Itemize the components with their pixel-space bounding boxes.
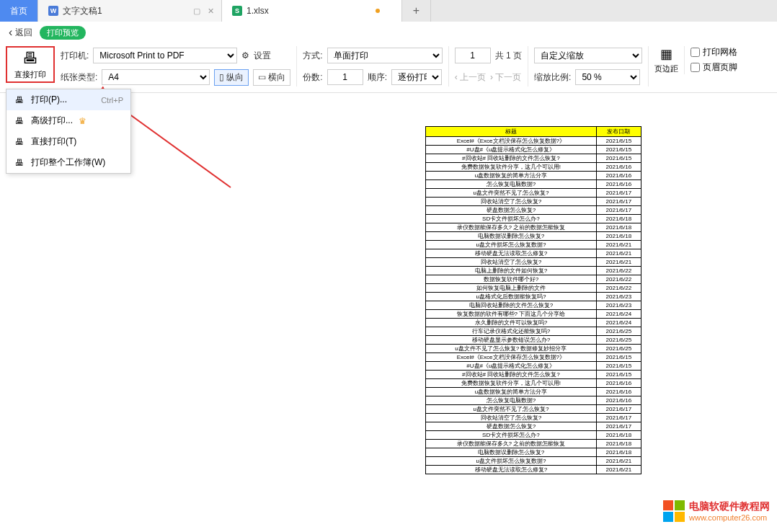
order-select[interactable]: 逐份打印 (391, 69, 442, 85)
header-footer-checkbox[interactable]: 页眉页脚 (691, 61, 737, 74)
settings-icon[interactable]: ⚙ (241, 50, 249, 61)
table-row: 免费数据恢复软件分享，这几个可以用!2021/6/16 (426, 379, 641, 388)
table-row: #回收站# 回收站删除的文件怎么恢复?2021/6/15 (426, 371, 641, 379)
table-row: 移动硬盘无法读取怎么修复?2021/6/21 (426, 466, 641, 474)
table-row: 数据恢复软件哪个好?2021/6/22 (426, 275, 641, 284)
watermark: 电脑软硬件教程网 www.computer26.com (663, 500, 770, 522)
preview-badge: 打印预览 (40, 26, 86, 40)
printer-icon: 🖶 (14, 137, 25, 147)
printer-icon: 🖶 (22, 49, 38, 68)
table-row: 回收站清空了怎么恢复?2021/6/21 (426, 258, 641, 267)
table-row: 恢复数据的软件有哪些? 下面这几个分享给2021/6/24 (426, 310, 641, 319)
margin-icon: ▦ (660, 46, 672, 62)
printer-icon: 🖶 (14, 116, 25, 126)
menu-advanced-print[interactable]: 🖶 高级打印... ♛ (6, 110, 130, 131)
printer-icon: 🖶 (14, 95, 25, 105)
table-row: u盘格式化后数据能恢复吗?2021/6/23 (426, 293, 641, 301)
table-row: 电脑上删除的文件如何恢复?2021/6/22 (426, 267, 641, 275)
direct-print-button[interactable]: 🖶 直接打印 (9, 49, 52, 80)
windows-logo-icon (663, 500, 685, 522)
tab-home[interactable]: 首页 (0, 0, 38, 22)
tab-bar: 首页 W 文字文稿1 ▢✕ S 1.xlsx + (0, 0, 777, 22)
portrait-button[interactable]: ▯ 纵向 (214, 69, 249, 86)
order-label: 顺序: (368, 71, 387, 84)
table-row: u盘文件突然不见了怎么恢复?2021/6/17 (426, 189, 641, 198)
mode-select[interactable]: 单面打印 (327, 48, 443, 63)
tab-add[interactable]: + (402, 0, 431, 22)
settings-label[interactable]: 设置 (254, 50, 271, 62)
copies-input[interactable] (327, 69, 363, 85)
data-table: 标题 发布日期 Excel#《Exce文档没保存怎么恢复数据?》2021/6/1… (425, 126, 641, 474)
table-row: u盘文件损坏怎么恢复数据?2021/6/21 (426, 241, 641, 249)
menu-direct-print[interactable]: 🖶 直接打印(T) (6, 131, 130, 152)
unsaved-indicator (376, 9, 380, 13)
table-row: #回收站# 回收站删除的文件怎么恢复?2021/6/15 (426, 154, 641, 163)
table-row: 移动硬盘无法读取怎么修复?2021/6/21 (426, 249, 641, 258)
table-row: 怎么恢复电脑数据?2021/6/16 (426, 396, 641, 405)
next-page-button[interactable]: › 下一页 (490, 71, 521, 84)
table-row: 录仪数据能保存多久? 之前的数据怎能恢复2021/6/18 (426, 440, 641, 448)
print-dropdown-menu: 🖶 打印(P)... Ctrl+P 🖶 高级打印... ♛ 🖶 直接打印(T) … (6, 89, 131, 174)
table-row: 行车记录仪格式化还能恢复吗?2021/6/25 (426, 327, 641, 336)
table-row: 回收站清空了怎么恢复?2021/6/17 (426, 414, 641, 422)
table-row: 录仪数据能保存多久? 之前的数据怎能恢复2021/6/18 (426, 223, 641, 232)
table-row: 电脑回收站删除的文件怎么恢复?2021/6/23 (426, 301, 641, 310)
grid-checkbox[interactable]: 打印网格 (691, 46, 737, 58)
highlight-box: 🖶 直接打印 (6, 46, 55, 83)
table-row: 硬盘数据怎么恢复?2021/6/17 (426, 206, 641, 215)
copies-label: 份数: (303, 71, 322, 84)
paper-label: 纸张类型: (61, 71, 97, 84)
printer-icon: 🖶 (14, 158, 25, 168)
sheet-icon: S (232, 6, 242, 16)
menu-print[interactable]: 🖶 打印(P)... Ctrl+P (6, 89, 130, 110)
crown-icon: ♛ (79, 116, 86, 126)
table-row: 回收站清空了怎么恢复?2021/6/17 (426, 198, 641, 206)
ratio-select[interactable]: 50 % (575, 69, 640, 85)
tab-label: 文字文稿1 (63, 5, 102, 17)
tab-label: 1.xlsx (247, 6, 269, 16)
mode-label: 方式: (303, 50, 322, 62)
table-row: u盘数据恢复的简单方法分享2021/6/16 (426, 388, 641, 396)
table-row: 移动硬盘显示参数错误怎么办?2021/6/25 (426, 336, 641, 345)
tab-close-icon[interactable]: ✕ (208, 6, 214, 16)
table-row: 电脑数据误删除怎么恢复?2021/6/18 (426, 232, 641, 241)
table-row: #U盘#《u盘提示格式化怎么修复》2021/6/15 (426, 362, 641, 371)
word-icon: W (48, 6, 58, 16)
tab-document[interactable]: W 文字文稿1 ▢✕ (38, 0, 222, 22)
margin-button[interactable]: ▦ 页边距 (654, 46, 678, 74)
table-row: 怎么恢复电脑数据?2021/6/16 (426, 180, 641, 189)
table-row: u盘文件损坏怎么恢复数据?2021/6/21 (426, 457, 641, 466)
table-row: Excel#《Exce文档没保存怎么恢复数据?》2021/6/15 (426, 137, 641, 146)
printer-select[interactable]: Microsoft Print to PDF (93, 48, 237, 63)
column-header: 发布日期 (596, 127, 641, 137)
table-row: 永久删除的文件可以恢复吗?2021/6/24 (426, 319, 641, 327)
ratio-label: 缩放比例: (534, 71, 571, 84)
paper-select[interactable]: A4 (102, 69, 210, 85)
table-row: u盘文件不见了怎么恢复? 数据修复妙招分享2021/6/25 (426, 345, 641, 353)
menu-print-workbook[interactable]: 🖶 打印整个工作簿(W) (6, 152, 130, 173)
table-row: Excel#《Exce文档没保存怎么恢复数据?》2021/6/15 (426, 353, 641, 362)
table-row: #U盘#《u盘提示格式化怎么修复》2021/6/15 (426, 146, 641, 154)
zoom-select[interactable]: 自定义缩放 (534, 48, 642, 63)
back-row: 返回 打印预览 (0, 22, 777, 43)
column-header: 标题 (426, 127, 597, 137)
table-row: u盘数据恢复的简单方法分享2021/6/16 (426, 172, 641, 180)
back-button[interactable]: 返回 (9, 26, 32, 39)
page-input[interactable] (455, 48, 491, 63)
table-row: SD卡文件损坏怎么办?2021/6/18 (426, 215, 641, 223)
table-row: 免费数据恢复软件分享，这几个可以用!2021/6/16 (426, 163, 641, 172)
prev-page-button[interactable]: ‹ 上一页 (455, 71, 486, 84)
table-row: 硬盘数据怎么恢复?2021/6/17 (426, 422, 641, 431)
page-total: 共 1 页 (495, 50, 522, 62)
table-row: 如何恢复电脑上删除的文件2021/6/22 (426, 284, 641, 293)
printer-label: 打印机: (61, 50, 89, 62)
table-row: SD卡文件损坏怎么办?2021/6/18 (426, 431, 641, 440)
toolbar: 🖶 直接打印 打印机: Microsoft Print to PDF ⚙ 设置 … (0, 43, 777, 93)
table-row: u盘文件突然不见了怎么恢复?2021/6/17 (426, 405, 641, 414)
landscape-button[interactable]: ▭ 横向 (253, 69, 290, 86)
tab-window-icon[interactable]: ▢ (193, 6, 200, 16)
tab-spreadsheet[interactable]: S 1.xlsx (222, 0, 402, 22)
print-preview-page: 标题 发布日期 Excel#《Exce文档没保存怎么恢复数据?》2021/6/1… (396, 126, 670, 474)
table-row: 电脑数据误删除怎么恢复?2021/6/18 (426, 448, 641, 457)
